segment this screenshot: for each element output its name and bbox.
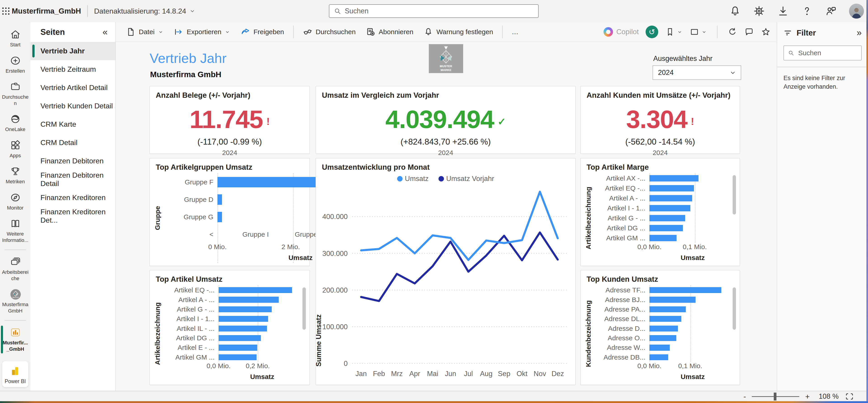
chart-scrollbar[interactable]: [733, 285, 736, 382]
app-launcher-icon[interactable]: [0, 5, 12, 17]
bar-row[interactable]: Artikel A - ...: [593, 193, 731, 203]
bar-row[interactable]: Artikel DG ...: [593, 223, 731, 233]
bar[interactable]: [219, 287, 292, 293]
legend-item[interactable]: Umsatz: [397, 175, 429, 183]
bar-row[interactable]: Adresse O...: [593, 333, 731, 343]
nav-item-metriken[interactable]: Metriken: [0, 162, 31, 189]
nav-item-monitor[interactable]: Monitor: [0, 189, 31, 215]
page-item[interactable]: Finanzen Kreditoren Det...: [31, 207, 115, 225]
page-item[interactable]: Finanzen Kreditoren: [31, 189, 115, 207]
toolbar-warnung-festlegen[interactable]: Warnung festlegen: [419, 24, 497, 39]
bar-row[interactable]: Adresse DL...: [593, 314, 731, 323]
bar-row[interactable]: Artikel I - 1...: [162, 314, 301, 323]
chart-card-artikelgruppen[interactable]: Top Artikelgruppen Umsatz Gruppe Gruppe …: [149, 158, 310, 266]
nav-item-onelake[interactable]: OneLake: [0, 110, 31, 136]
copilot-button[interactable]: Copilot: [603, 27, 639, 37]
view-mode-button[interactable]: [689, 27, 707, 37]
bar-row[interactable]: Artikel I - 1...: [593, 203, 731, 213]
chart-scrollbar[interactable]: [303, 285, 306, 382]
collapse-filter-icon[interactable]: »: [857, 28, 862, 38]
bar[interactable]: [219, 345, 257, 350]
bar[interactable]: [649, 235, 677, 241]
chart-card-umsatzentwicklung[interactable]: Umsatzentwicklung pro Monat UmsatzUmsatz…: [315, 158, 576, 385]
fit-to-page-icon[interactable]: [844, 392, 855, 401]
zoom-out-button[interactable]: -: [743, 393, 746, 400]
nav-item-start[interactable]: Start: [0, 25, 31, 52]
bar[interactable]: [649, 225, 683, 231]
legend-item[interactable]: Umsatz Vorjahr: [438, 175, 494, 183]
nav-item-durchsuchen[interactable]: Durchsuchen: [0, 78, 31, 110]
chart-card-artikel-umsatz[interactable]: Top Artikel Umsatz Artikelbezeichnung Ar…: [149, 270, 310, 385]
download-icon[interactable]: [777, 5, 789, 17]
bar-row[interactable]: Artikel IL - ...: [162, 324, 301, 333]
bar[interactable]: [219, 326, 267, 332]
bookmarks-button[interactable]: [665, 27, 683, 37]
favorite-star-icon[interactable]: [761, 27, 771, 37]
bar-row[interactable]: Artikel GM ...: [162, 352, 301, 362]
notifications-bell-icon[interactable]: [729, 5, 741, 17]
page-item[interactable]: Vertrieb Artikel Detail: [31, 79, 115, 97]
line-chart[interactable]: 0100.000200.000300.000400.000JanFebMrzAp…: [318, 188, 572, 383]
page-item[interactable]: Vertrieb Kunden Detail: [31, 97, 115, 115]
toolbar-durchsuchen[interactable]: Durchsuchen: [299, 24, 360, 39]
bar-row[interactable]: Artikel A - ...: [162, 295, 301, 304]
bar-row[interactable]: Artikel AX -...: [593, 173, 731, 183]
bar[interactable]: [649, 215, 685, 221]
search-input[interactable]: [345, 7, 534, 15]
toolbar-abonnieren[interactable]: Abonnieren: [362, 24, 417, 39]
toolbar-datei[interactable]: Datei: [122, 24, 168, 39]
bar[interactable]: [649, 316, 681, 322]
settings-gear-icon[interactable]: [753, 5, 765, 17]
page-item[interactable]: Vertrieb Jahr: [31, 42, 115, 60]
bar-row[interactable]: Adresse W...: [593, 343, 731, 352]
power-bi-app-button[interactable]: Power BI: [2, 361, 28, 387]
bar-row[interactable]: Artikel G - ...: [162, 305, 301, 314]
bar-row[interactable]: Artikel DG ...: [162, 333, 301, 343]
bar-row[interactable]: Adresse BJ...: [593, 295, 731, 304]
global-search[interactable]: [329, 4, 539, 18]
bar-row[interactable]: Artikel GM ...: [593, 233, 731, 243]
bar-row[interactable]: Gruppe I: [217, 231, 273, 238]
kpi-card-umsatz[interactable]: Umsatz im Vergleich zum Vorjahr 4.039.49…: [315, 86, 576, 154]
filter-search-input[interactable]: [798, 49, 857, 57]
page-item[interactable]: CRM Karte: [31, 115, 115, 134]
bar[interactable]: [649, 287, 721, 293]
bar-row[interactable]: Adresse TF...: [593, 285, 731, 295]
bar-row[interactable]: Artikel EQ -...: [162, 285, 301, 295]
bar[interactable]: [649, 205, 690, 211]
kpi-card-belege[interactable]: Anzahl Belege (+/- Vorjahr) 11.745 ! (-1…: [149, 86, 310, 154]
bar[interactable]: [649, 354, 668, 360]
bar[interactable]: [649, 185, 694, 191]
bar[interactable]: [219, 335, 261, 341]
page-item[interactable]: Vertrieb Zeitraum: [31, 60, 115, 79]
zoom-slider[interactable]: [752, 396, 799, 397]
comment-icon[interactable]: [744, 27, 754, 37]
bar-row[interactable]: Adresse PA...: [593, 305, 731, 314]
nav-item-musterfirma-gmbh[interactable]: MUSTERMusterfirma GmbH: [0, 285, 31, 317]
bar[interactable]: [217, 212, 222, 222]
bar-row[interactable]: Artikel E - ...: [162, 343, 301, 352]
nav-item-arbeitsbereiche[interactable]: Arbeitsbereiche: [0, 253, 31, 285]
toolbar--[interactable]: …: [508, 25, 523, 38]
bar[interactable]: [649, 306, 686, 312]
bar[interactable]: [649, 345, 670, 350]
bar[interactable]: [219, 354, 256, 360]
bar-row[interactable]: Adresse D...: [593, 324, 731, 333]
nav-item-apps[interactable]: Apps: [0, 136, 31, 163]
chart-card-artikel-marge[interactable]: Top Artikel Marge Artikelbezeichnung Art…: [580, 158, 740, 266]
toolbar-exportieren[interactable]: Exportieren: [169, 24, 235, 39]
page-item[interactable]: CRM Detail: [31, 134, 115, 152]
collapse-pages-icon[interactable]: «: [103, 27, 107, 37]
year-slicer-dropdown[interactable]: 2024: [653, 65, 741, 80]
bar-row[interactable]: Artikel EQ -...: [593, 183, 731, 193]
filter-search[interactable]: [783, 46, 862, 60]
bar[interactable]: [219, 306, 272, 312]
zoom-in-button[interactable]: +: [805, 393, 810, 400]
nav-item-musterfir-gmbh[interactable]: Musterfir... _GmbH: [0, 323, 31, 356]
page-item[interactable]: Finanzen Debitoren: [31, 152, 115, 170]
zoom-slider-handle[interactable]: [774, 393, 776, 401]
page-item[interactable]: Finanzen Debitoren Detail: [31, 170, 115, 189]
refresh-icon[interactable]: [727, 27, 737, 37]
bar[interactable]: [217, 194, 222, 205]
reset-view-button[interactable]: ↺: [646, 26, 658, 38]
